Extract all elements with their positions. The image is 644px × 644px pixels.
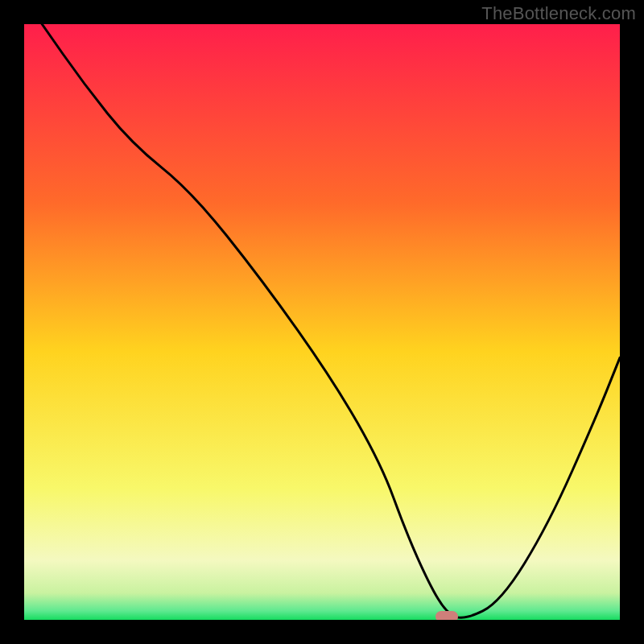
curve-layer: [24, 24, 620, 620]
optimal-point-marker: [436, 611, 458, 620]
chart-frame: TheBottleneck.com: [0, 0, 644, 644]
watermark-text: TheBottleneck.com: [481, 3, 636, 24]
plot-area: [24, 24, 620, 620]
bottleneck-curve: [42, 24, 620, 617]
